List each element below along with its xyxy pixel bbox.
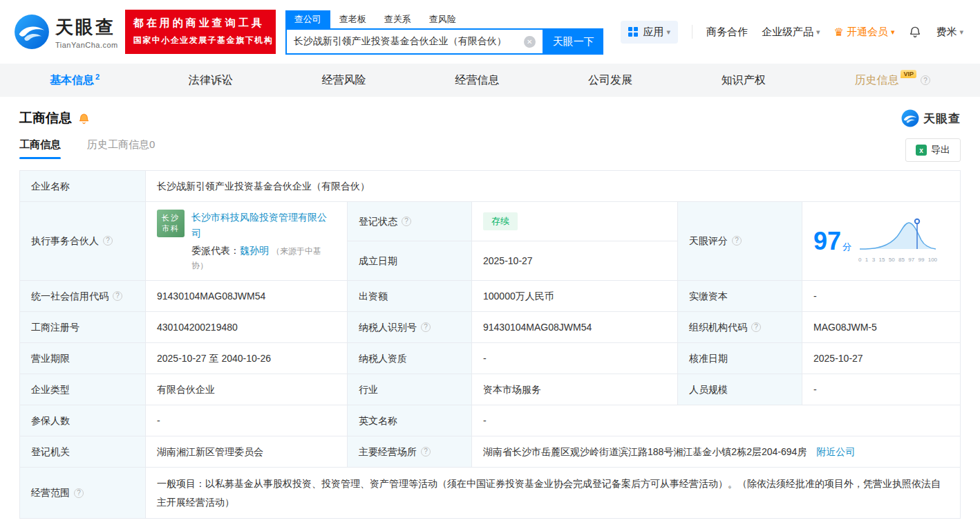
partner-logo[interactable]: 长沙 市科	[157, 210, 185, 237]
tianyancha-logo[interactable]: 天眼查 TianYanCha.com	[14, 14, 118, 50]
main-content: 工商信息 天眼查 工商信息 历史工商信息0 x 导出	[0, 109, 980, 519]
business-scope-value: 一般项目：以私募基金从事股权投资、投资管理、资产管理等活动（须在中国证券投资基金…	[146, 468, 961, 519]
top-header: 天眼查 TianYanCha.com 都在用的商业查询工具 国家中小企业发展子基…	[0, 0, 980, 64]
tab-basic-info[interactable]: 基本信息 2	[50, 73, 100, 88]
business-address-value: 湖南省长沙市岳麓区观沙岭街道滨江路188号湘江基金小镇2栋2层204-694房 …	[472, 436, 961, 468]
taxpayer-id-value: 91430104MAG08JWM54	[472, 312, 678, 343]
banner-line-2: 国家中小企业发展子基金旗下机构	[133, 35, 267, 46]
promo-banner: 都在用的商业查询工具 国家中小企业发展子基金旗下机构	[125, 10, 276, 54]
partner-company-link[interactable]: 长沙市科技风险投资管理有限公司	[191, 212, 327, 238]
field-label-insured-count: 参保人数	[20, 405, 146, 436]
notification-bell-icon[interactable]	[908, 25, 922, 39]
registration-status-value: 存续	[472, 202, 678, 241]
field-label-registration-status: 登记状态 ?	[348, 202, 472, 241]
tab-history-info[interactable]: 历史信息 VIP ?	[854, 73, 930, 88]
top-menu: 应用 ▾ 商务合作 企业级产品 ▾ ♛ 开通会员 ▾ 费米 ▾	[621, 21, 966, 44]
taxpayer-quality-value: -	[472, 343, 678, 374]
paid-capital-value: -	[802, 281, 961, 312]
field-label-company-name: 企业名称	[20, 171, 146, 202]
search-button[interactable]: 天眼一下	[544, 28, 603, 55]
company-name-value: 长沙战新引领产业投资基金合伙企业（有限合伙）	[146, 171, 961, 202]
search-tab-company[interactable]: 查公司	[285, 10, 330, 28]
logo-brand: 天眼查	[55, 15, 118, 39]
help-icon[interactable]: ?	[113, 291, 122, 301]
nearby-companies-link[interactable]: 附近公司	[816, 446, 855, 457]
help-icon[interactable]: ?	[74, 488, 84, 498]
search-area: 查公司 查老板 查关系 查风险 ✕ 天眼一下	[285, 9, 603, 55]
field-label-paid-capital: 实缴资本	[678, 281, 802, 312]
crown-icon: ♛	[834, 26, 844, 39]
search-tab-risk[interactable]: 查风险	[420, 10, 465, 28]
help-icon[interactable]: ?	[751, 322, 761, 332]
apps-menu[interactable]: 应用 ▾	[621, 21, 679, 44]
field-label-industry: 行业	[348, 374, 472, 405]
executive-partner-value: 长沙 市科 长沙市科技风险投资管理有限公司 委派代表：魏孙明 （来源于中基协）	[146, 202, 348, 281]
help-icon[interactable]: ?	[421, 447, 431, 457]
open-vip-menu[interactable]: ♛ 开通会员 ▾	[834, 26, 895, 39]
insured-count-value: -	[146, 405, 348, 436]
tianyancha-logo-icon	[14, 14, 50, 50]
field-label-staff-size: 人员规模	[678, 374, 802, 405]
search-tab-relation[interactable]: 查关系	[375, 10, 420, 28]
biz-cooperation-link[interactable]: 商务合作	[706, 26, 748, 39]
caret-down-icon: ▾	[816, 28, 820, 37]
field-label-score: 天眼评分 ?	[678, 202, 802, 281]
field-label-business-term: 营业期限	[20, 343, 146, 374]
section-title: 工商信息	[19, 109, 72, 127]
tianyancha-watermark-icon	[901, 109, 919, 127]
english-name-value: -	[472, 405, 961, 436]
field-label-credit-code: 统一社会信用代码 ?	[20, 281, 146, 312]
score-unit: 分	[842, 240, 851, 255]
status-badge: 存续	[483, 212, 518, 231]
search-tab-boss[interactable]: 查老板	[330, 10, 375, 28]
caret-down-icon: ▾	[667, 28, 671, 37]
approval-date-value: 2025-10-27	[802, 343, 961, 374]
search-input[interactable]	[287, 36, 524, 47]
help-icon[interactable]: ?	[921, 75, 930, 85]
score-axis-ticks: 0131550859799100	[858, 256, 937, 265]
representative-label: 委派代表：	[191, 245, 240, 256]
enterprise-product-menu[interactable]: 企业级产品 ▾	[762, 26, 820, 39]
tab-intellectual-property[interactable]: 知识产权	[722, 73, 766, 88]
score-chart: 0131550859799100	[858, 217, 937, 264]
establish-date-value: 2025-10-27	[472, 241, 678, 281]
credit-code-value: 91430104MAG08JWM54	[146, 281, 348, 312]
tab-operating-info[interactable]: 经营信息	[455, 73, 499, 88]
caret-down-icon: ▾	[959, 28, 963, 37]
help-icon[interactable]: ?	[421, 322, 431, 332]
field-label-business-address: 主要经营场所 ?	[348, 436, 472, 468]
tab-company-development[interactable]: 公司发展	[588, 73, 632, 88]
field-label-english-name: 英文名称	[348, 405, 472, 436]
help-icon[interactable]: ?	[402, 217, 411, 226]
help-icon[interactable]: ?	[732, 236, 742, 246]
industry-value: 资本市场服务	[472, 374, 678, 405]
subscribe-bell-icon[interactable]	[77, 112, 91, 125]
company-nav-tabs: 基本信息 2 法律诉讼 经营风险 经营信息 公司发展 知识产权 历史信息 VIP…	[0, 64, 980, 97]
field-label-executive-partner: 执行事务合伙人 ?	[20, 202, 146, 281]
clear-search-icon[interactable]: ✕	[524, 36, 536, 48]
subtab-business-info[interactable]: 工商信息	[19, 138, 61, 159]
user-menu[interactable]: 费米 ▾	[936, 26, 963, 39]
tab-operating-risk[interactable]: 经营风险	[322, 73, 366, 88]
tab-count-badge: 2	[95, 73, 100, 81]
tab-legal-litigation[interactable]: 法律诉讼	[189, 73, 233, 88]
subtab-history-business-info[interactable]: 历史工商信息0	[87, 138, 155, 151]
field-label-registration-number: 工商注册号	[20, 312, 146, 343]
banner-line-1: 都在用的商业查询工具	[133, 17, 267, 30]
representative-link[interactable]: 魏孙明	[240, 245, 269, 256]
field-label-taxpayer-id: 纳税人识别号 ?	[348, 312, 472, 343]
export-button[interactable]: x 导出	[905, 138, 961, 162]
search-box: ✕	[285, 28, 544, 55]
capital-value: 100000万人民币	[472, 281, 678, 312]
score-number: 97	[813, 221, 841, 261]
business-info-table: 企业名称 长沙战新引领产业投资基金合伙企业（有限合伙） 执行事务合伙人 ? 长沙…	[19, 170, 961, 519]
help-icon[interactable]: ?	[103, 236, 113, 246]
company-type-value: 有限合伙企业	[146, 374, 348, 405]
tianyancha-watermark: 天眼查	[901, 109, 961, 127]
org-code-value: MAG08JWM-5	[802, 312, 961, 343]
field-label-org-code: 组织机构代码 ?	[678, 312, 802, 343]
apps-grid-icon	[628, 27, 638, 37]
field-label-registration-authority: 登记机关	[20, 436, 146, 468]
business-term-value: 2025-10-27 至 2040-10-26	[146, 343, 348, 374]
score-value[interactable]: 97 分 0131550859799100	[802, 202, 961, 281]
